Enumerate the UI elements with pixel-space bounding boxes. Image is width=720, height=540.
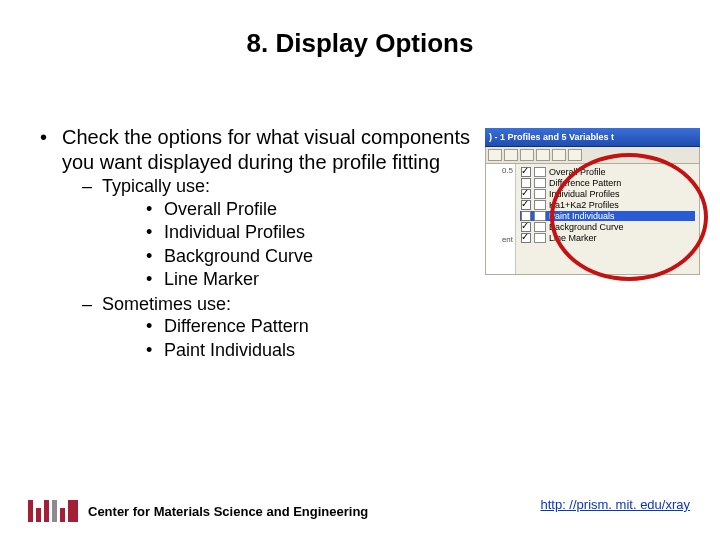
option-row[interactable]: Individual Profiles [520, 189, 695, 199]
color-swatch-icon [534, 178, 546, 188]
window-titlebar: ) - 1 Profiles and 5 Variables t [485, 128, 700, 147]
option-label: Individual Profiles [549, 189, 620, 199]
color-swatch-icon [534, 189, 546, 199]
footer-link[interactable]: http: //prism. mit. edu/xray [540, 497, 690, 512]
color-swatch-icon [534, 167, 546, 177]
color-swatch-icon [534, 222, 546, 232]
toolbar-icon[interactable] [536, 149, 550, 161]
sub1-label: Typically use: [102, 176, 210, 196]
axis-column: 0.5 ent [486, 164, 516, 274]
checkbox-icon[interactable] [521, 200, 531, 210]
color-swatch-icon [534, 211, 546, 221]
footer-text: Center for Materials Science and Enginee… [88, 504, 368, 519]
slide-body: Check the options for what visual compon… [40, 125, 480, 365]
sub1-item: Line Marker [102, 268, 480, 291]
axis-cell: ent [502, 235, 513, 244]
sub1-item: Background Curve [102, 245, 480, 268]
mit-logo-icon [28, 500, 78, 522]
option-label: Ka1+Ka2 Profiles [549, 200, 619, 210]
toolbar-icon[interactable] [488, 149, 502, 161]
footer: Center for Materials Science and Enginee… [28, 500, 368, 522]
sub1-item: Individual Profiles [102, 221, 480, 244]
slide-title: 8. Display Options [0, 28, 720, 59]
screenshot-inset: ) - 1 Profiles and 5 Variables t 0.5 ent… [485, 128, 700, 278]
checkbox-icon[interactable] [521, 167, 531, 177]
color-swatch-icon [534, 233, 546, 243]
option-label: Paint Individuals [549, 211, 615, 221]
option-label: Overall Profile [549, 167, 606, 177]
option-row[interactable]: Difference Pattern [520, 178, 695, 188]
toolbar [485, 147, 700, 164]
option-row[interactable]: Background Curve [520, 222, 695, 232]
sub2-item: Difference Pattern [102, 315, 480, 338]
axis-tick: 0.5 [502, 166, 513, 175]
option-row[interactable]: Ka1+Ka2 Profiles [520, 200, 695, 210]
bullet-main-text: Check the options for what visual compon… [62, 126, 470, 173]
option-label: Background Curve [549, 222, 624, 232]
option-row-selected[interactable]: Paint Individuals [520, 211, 695, 221]
sub2-item: Paint Individuals [102, 339, 480, 362]
option-label: Difference Pattern [549, 178, 621, 188]
sub-heading-sometimes: Sometimes use: Difference Pattern Paint … [62, 293, 480, 362]
sub2-label: Sometimes use: [102, 294, 231, 314]
toolbar-icon[interactable] [568, 149, 582, 161]
bullet-main: Check the options for what visual compon… [40, 125, 480, 361]
sub1-item: Overall Profile [102, 198, 480, 221]
color-swatch-icon [534, 200, 546, 210]
toolbar-icon[interactable] [520, 149, 534, 161]
sub-heading-typical: Typically use: Overall Profile Individua… [62, 175, 480, 291]
toolbar-icon[interactable] [552, 149, 566, 161]
toolbar-icon[interactable] [504, 149, 518, 161]
options-panel: Overall Profile Difference Pattern Indiv… [516, 164, 699, 274]
option-label: Line Marker [549, 233, 597, 243]
option-row[interactable]: Overall Profile [520, 167, 695, 177]
checkbox-icon[interactable] [521, 233, 531, 243]
option-row[interactable]: Line Marker [520, 233, 695, 243]
